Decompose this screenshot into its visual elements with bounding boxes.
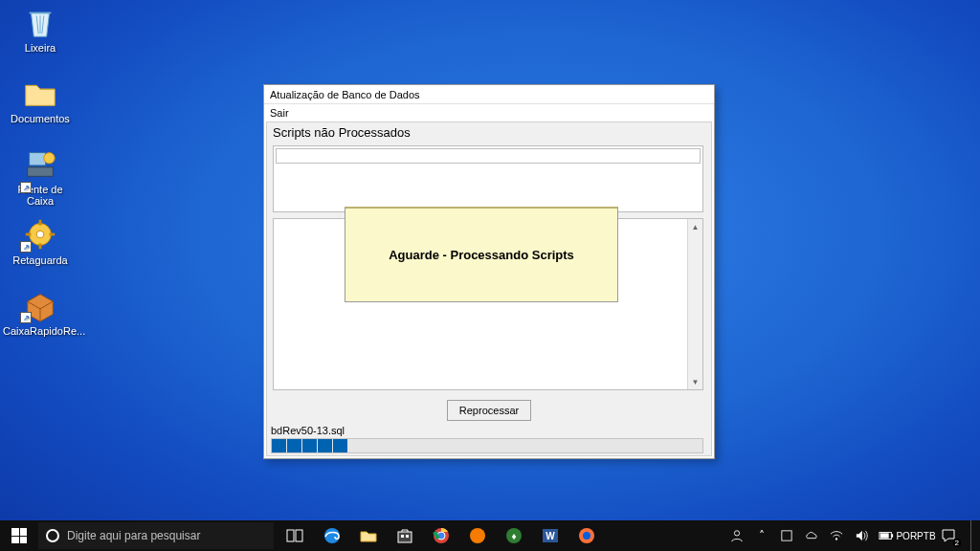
- svg-point-24: [734, 531, 739, 536]
- tray-volume-icon[interactable]: [852, 520, 871, 551]
- svg-point-26: [835, 538, 837, 540]
- icon-label: Lixeira: [3, 42, 78, 54]
- shortcut-arrow-icon: ↗: [20, 312, 32, 323]
- svg-rect-28: [891, 534, 893, 538]
- cortana-circle-icon: [46, 529, 59, 542]
- svg-rect-12: [398, 532, 412, 542]
- processing-notice: Aguarde - Processando Scripts: [345, 207, 618, 302]
- taskbar: Digite aqui para pesquisar ♦ W ˄: [0, 520, 980, 551]
- tray-battery-icon[interactable]: [877, 520, 896, 551]
- menu-exit[interactable]: Sair: [270, 107, 289, 119]
- svg-rect-1: [28, 167, 54, 177]
- start-button[interactable]: [0, 520, 38, 551]
- shortcut-arrow-icon: ↗: [20, 182, 32, 193]
- desktop-icon-recycle-bin[interactable]: Lixeira: [3, 4, 78, 54]
- app-orange-icon[interactable]: [459, 520, 496, 551]
- svg-rect-10: [296, 530, 302, 541]
- chrome-browser-icon[interactable]: [423, 520, 459, 551]
- show-desktop-button[interactable]: [970, 520, 976, 551]
- unprocessed-scripts-list[interactable]: [273, 145, 703, 212]
- window-title: Atualização de Banco de Dados: [264, 85, 714, 104]
- task-view-button[interactable]: [278, 520, 314, 551]
- tray-wifi-icon[interactable]: [827, 520, 846, 551]
- scrollbar-vertical[interactable]: ▲ ▼: [687, 219, 702, 389]
- system-tray: ˄ POR PTB 2: [727, 520, 980, 551]
- svg-point-4: [36, 231, 44, 238]
- svg-rect-0: [30, 153, 46, 165]
- action-center-button[interactable]: 2: [936, 520, 961, 551]
- svg-rect-13: [401, 535, 404, 538]
- svg-rect-14: [406, 535, 409, 538]
- svg-text:W: W: [546, 531, 555, 541]
- desktop-icon-documents[interactable]: Documentos: [3, 75, 78, 124]
- svg-rect-9: [287, 530, 294, 541]
- svg-text:♦: ♦: [511, 531, 516, 541]
- svg-point-2: [44, 153, 55, 164]
- search-placeholder: Digite aqui para pesquisar: [67, 529, 200, 542]
- app-green-icon[interactable]: ♦: [496, 520, 532, 551]
- tray-onedrive-icon[interactable]: [802, 520, 821, 551]
- word-app-icon[interactable]: W: [532, 520, 568, 551]
- section-label: Scripts não Processados: [267, 122, 711, 142]
- language-indicator[interactable]: POR PTB: [902, 520, 930, 551]
- lang-line2: PTB: [917, 531, 935, 541]
- file-explorer-icon[interactable]: [350, 520, 387, 551]
- shortcut-arrow-icon: ↗: [20, 241, 32, 253]
- svg-point-23: [583, 532, 590, 540]
- icon-label: Retaguarda: [3, 254, 78, 266]
- svg-rect-29: [880, 533, 889, 538]
- tray-app-icon[interactable]: [777, 520, 796, 551]
- tray-chevron-up-icon[interactable]: ˄: [752, 520, 771, 551]
- scroll-up-icon[interactable]: ▲: [688, 219, 702, 234]
- windows-logo-icon: [11, 528, 27, 543]
- edge-browser-icon[interactable]: [314, 520, 350, 551]
- icon-label: Documentos: [3, 113, 78, 124]
- desktop-icon-retaguarda[interactable]: ↗ Retaguarda: [3, 216, 78, 266]
- desktop-icon-caixa-rapido[interactable]: ↗ CaixaRapidoRe...: [3, 287, 78, 337]
- current-script-file: bdRev50-13.sql: [271, 425, 345, 436]
- scroll-down-icon[interactable]: ▼: [688, 374, 702, 389]
- desktop-icon-frente-caixa[interactable]: ↗ Frente de Caixa: [3, 145, 78, 207]
- list-header-row: [276, 148, 701, 164]
- svg-rect-25: [782, 531, 791, 540]
- svg-point-17: [470, 528, 485, 543]
- svg-point-11: [324, 528, 340, 543]
- recycle-bin-icon: [22, 4, 58, 40]
- reprocess-button[interactable]: Reprocessar: [447, 400, 531, 421]
- icon-label: CaixaRapidoRe...: [3, 325, 78, 337]
- microsoft-store-icon[interactable]: [387, 520, 423, 551]
- notification-badge: 2: [953, 539, 961, 547]
- firefox-browser-icon[interactable]: [568, 520, 605, 551]
- search-input[interactable]: Digite aqui para pesquisar: [38, 522, 274, 549]
- folder-icon: [22, 75, 58, 111]
- pos-register-icon: [22, 145, 58, 182]
- lang-line1: POR: [896, 531, 917, 541]
- icon-label: Frente de Caixa: [3, 184, 78, 207]
- notice-text: Aguarde - Processando Scripts: [389, 248, 574, 262]
- progress-bar: [271, 438, 703, 453]
- tray-people-icon[interactable]: [727, 520, 746, 551]
